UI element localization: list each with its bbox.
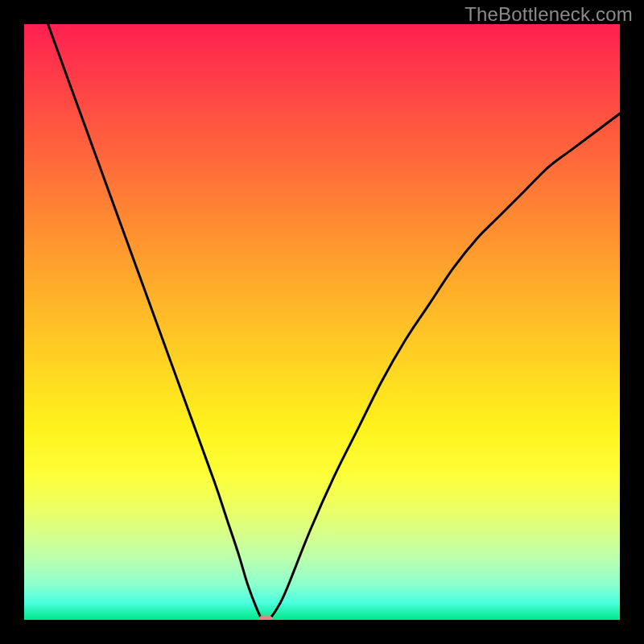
watermark-text: TheBottleneck.com <box>464 3 633 26</box>
chart-frame <box>0 0 644 644</box>
